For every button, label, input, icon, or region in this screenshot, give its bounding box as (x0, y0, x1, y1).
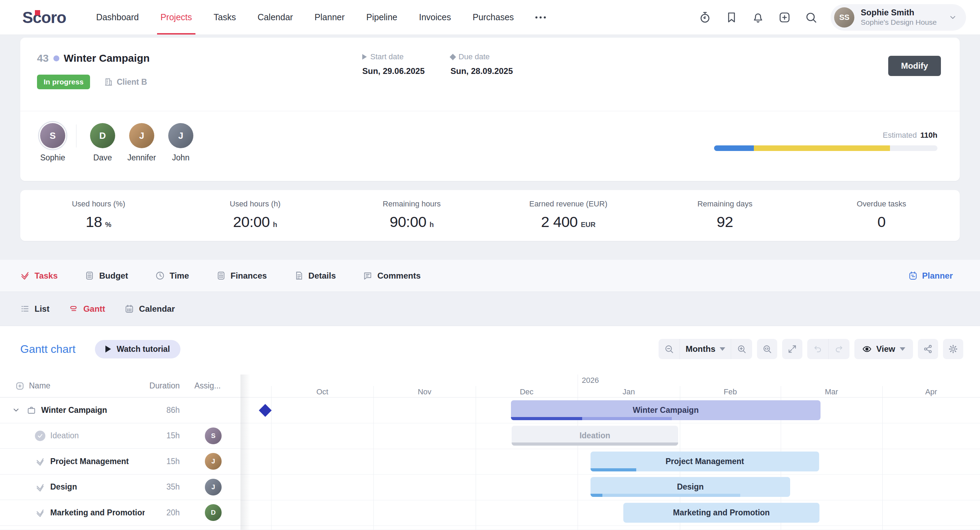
logo-accent-square (35, 10, 40, 15)
assignee-avatar[interactable]: D (205, 504, 222, 521)
timescale-dropdown[interactable]: Months (679, 339, 730, 359)
quick-add-icon[interactable] (778, 11, 791, 24)
stat-unit: h (430, 221, 434, 229)
task-view-tabs: List Gantt Calendar (0, 292, 980, 326)
undo-icon[interactable] (807, 339, 828, 359)
user-menu[interactable]: SS Sophie Smith Sophie's Design House (830, 4, 966, 31)
nav-item-dashboard[interactable]: Dashboard (96, 0, 138, 35)
team-member-jennifer[interactable]: J Jennifer (126, 123, 158, 181)
expand-chevron-icon[interactable] (12, 406, 20, 414)
bar-progress-strip (590, 494, 790, 497)
settings-gear-icon[interactable] (943, 339, 963, 359)
gantt-bar-project-management[interactable]: Project Management (590, 452, 819, 471)
gantt-bar-design[interactable]: Design (590, 477, 790, 497)
gantt-bar-ideation[interactable]: Ideation (512, 426, 678, 446)
avatar: J (168, 123, 193, 148)
task-check-icon[interactable] (35, 456, 45, 467)
project-color-dot (53, 56, 59, 61)
redo-icon[interactable] (828, 339, 850, 359)
view-tab-gantt[interactable]: Gantt (69, 304, 105, 314)
add-task-icon[interactable] (15, 381, 24, 390)
assignee-column-header[interactable]: Assig... (194, 381, 240, 390)
gantt-bar-winter-campaign[interactable]: Winter Campaign (511, 400, 821, 420)
timer-icon[interactable] (699, 11, 711, 24)
bar-label: Marketing and Promotion (673, 508, 770, 517)
zoom-out-icon[interactable] (659, 339, 679, 359)
task-check-icon[interactable] (35, 507, 45, 518)
bookmark-icon[interactable] (725, 11, 738, 24)
tab-budget[interactable]: Budget (85, 271, 128, 281)
logo-text: Scoro (22, 8, 66, 27)
nav-item-projects[interactable]: Projects (161, 0, 192, 35)
month-label-feb: Feb (680, 386, 781, 398)
timeline-header: 2026 Oct Nov Dec Jan Feb Mar Apr (240, 374, 980, 398)
search-icon[interactable] (805, 11, 818, 24)
task-name: Winter Campaign (41, 406, 107, 415)
name-column-header[interactable]: Name (29, 381, 50, 390)
document-icon (294, 271, 304, 280)
due-date-value: Sun, 28.09.2025 (450, 66, 513, 76)
nav-item-planner[interactable]: Planner (315, 0, 344, 35)
timeline-body: Winter Campaign Ideation Project Managem… (240, 398, 980, 530)
zoom-in-icon[interactable] (731, 339, 752, 359)
comment-icon (363, 271, 372, 280)
month-label-nov: Nov (374, 386, 476, 398)
nav-item-pipeline[interactable]: Pipeline (366, 0, 398, 35)
zoom-scale-group: Months (659, 339, 752, 359)
team-member-dave[interactable]: D Dave (87, 123, 118, 181)
scoro-logo[interactable]: Scoro (22, 8, 69, 27)
user-organization: Sophie's Design House (861, 18, 937, 27)
gantt-bar-marketing-and-promotion[interactable]: Marketing and Promotion (623, 503, 819, 523)
more-menu-icon[interactable] (535, 0, 546, 35)
tab-tasks[interactable]: Tasks (20, 271, 57, 281)
tab-time[interactable]: Time (155, 271, 189, 281)
gantt-title: Gantt chart (20, 343, 75, 355)
fullscreen-icon[interactable] (782, 339, 802, 359)
task-completed-icon[interactable] (35, 431, 45, 441)
nav-item-purchases[interactable]: Purchases (473, 0, 514, 35)
team-member-john[interactable]: J John (165, 123, 196, 181)
view-tab-list[interactable]: List (20, 304, 49, 314)
table-row-project-management[interactable]: Project Management 15h J (0, 449, 240, 474)
table-row-ideation[interactable]: Ideation 15h S (0, 423, 240, 449)
stat-earned-revenue: Earned revenue (EUR) 2 400EUR (490, 200, 647, 241)
view-options-dropdown[interactable]: View (854, 339, 913, 359)
notifications-bell-icon[interactable] (752, 11, 764, 24)
tab-label: Budget (99, 271, 128, 281)
nav-item-calendar[interactable]: Calendar (258, 0, 293, 35)
project-team-section: S Sophie D Dave J Jennifer J John Estima… (20, 111, 960, 181)
team-member-sophie[interactable]: S Sophie (37, 123, 68, 181)
tab-finances[interactable]: Finances (216, 271, 267, 281)
stat-value: 2 400 (541, 213, 578, 230)
nav-item-invoices[interactable]: Invoices (419, 0, 451, 35)
assignee-avatar[interactable]: S (205, 427, 222, 444)
tab-comments[interactable]: Comments (363, 271, 420, 281)
avatar: S (40, 123, 65, 148)
assignee-avatar[interactable]: J (205, 453, 222, 470)
tab-label: Finances (231, 271, 267, 281)
client-link[interactable]: Client B (104, 78, 147, 87)
user-avatar: SS (834, 7, 854, 27)
milestone-diamond[interactable] (259, 404, 272, 417)
watch-tutorial-button[interactable]: Watch tutorial (95, 340, 180, 359)
tab-details[interactable]: Details (294, 271, 336, 281)
view-tab-calendar[interactable]: Calendar (125, 304, 175, 314)
top-nav: Scoro Dashboard Projects Tasks Calendar … (0, 0, 980, 35)
nav-actions: SS Sophie Smith Sophie's Design House (685, 4, 966, 31)
status-badge[interactable]: In progress (37, 75, 90, 89)
table-row-winter-campaign[interactable]: Winter Campaign 86h (0, 398, 240, 423)
assignee-avatar[interactable]: J (205, 479, 222, 495)
nav-item-tasks[interactable]: Tasks (213, 0, 236, 35)
zoom-to-fit-icon[interactable] (757, 339, 777, 359)
project-number: 43 (37, 52, 49, 64)
task-check-icon[interactable] (35, 482, 45, 492)
table-row-marketing-and-promotion[interactable]: Marketing and Promotion 20h D (0, 500, 240, 526)
share-icon[interactable] (918, 339, 938, 359)
modify-button[interactable]: Modify (888, 56, 941, 76)
table-row-design[interactable]: Design 35h J (0, 474, 240, 500)
used-hours-segment (714, 145, 754, 151)
task-name: Marketing and Promotion (50, 508, 145, 517)
duration-column-header[interactable]: Duration (145, 381, 180, 390)
task-name: Project Management (50, 457, 129, 466)
planner-link[interactable]: Planner (908, 271, 953, 281)
